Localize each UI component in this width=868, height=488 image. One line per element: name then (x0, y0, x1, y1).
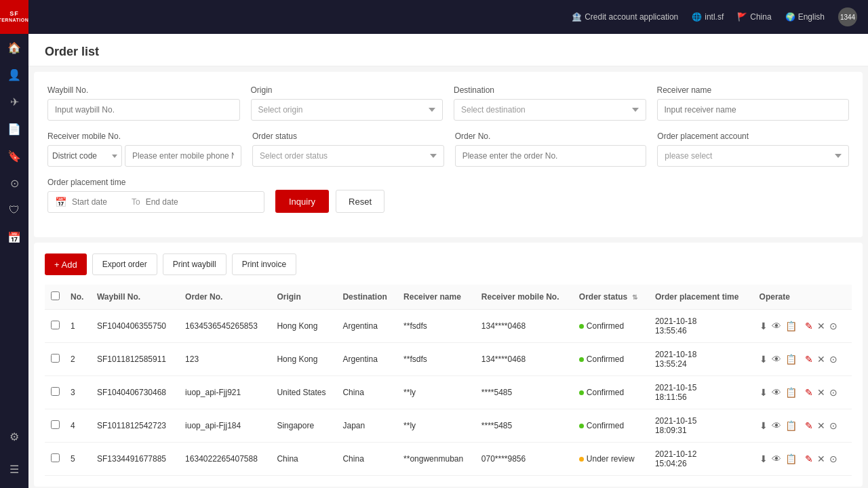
table-row: 4 SF1011812542723 iuop_api-Fjj184 Singap… (45, 409, 852, 443)
start-date-input[interactable] (72, 197, 126, 207)
origin-select[interactable]: Select origin (251, 99, 443, 121)
delete-icon[interactable]: ✕ (817, 321, 825, 331)
receiver-name-input[interactable] (657, 99, 850, 121)
order-status-select[interactable]: Select order status (252, 145, 444, 167)
order-no-input[interactable] (455, 145, 647, 167)
download-icon[interactable]: ⬇ (760, 453, 768, 464)
reset-button[interactable]: Reset (336, 190, 384, 213)
table-row: 5 SF1334491677885 1634022265407588 China… (45, 443, 852, 476)
sidebar-item-home[interactable]: 🏠 (0, 34, 28, 61)
copy-icon[interactable]: 📋 (785, 420, 797, 431)
more-icon[interactable]: ⊙ (829, 453, 837, 464)
col-placement-time: Order placement time (650, 285, 754, 310)
filter-row-3: Order placement time 📅 To Inquiry Reset (47, 178, 849, 213)
more-icon[interactable]: ⊙ (829, 387, 837, 398)
sidebar-item-bookmark[interactable]: 🔖 (0, 142, 28, 169)
delete-icon[interactable]: ✕ (817, 387, 825, 398)
end-date-input[interactable] (146, 197, 200, 207)
credit-account-link[interactable]: 🏦 Credit account application (572, 12, 678, 22)
language-selector[interactable]: 🌍 English (785, 12, 825, 22)
more-icon[interactable]: ⊙ (829, 354, 837, 365)
table-header-row: No. Waybill No. Order No. Origin Destina… (45, 285, 852, 310)
print-waybill-button[interactable]: Print waybill (163, 253, 226, 275)
order-placement-account-select[interactable]: please select (657, 145, 849, 167)
row-receiver-mobile: ****5485 (476, 409, 574, 443)
select-all-checkbox[interactable] (51, 291, 60, 300)
copy-icon[interactable]: 📋 (785, 354, 797, 365)
intl-sf-link[interactable]: 🌐 intl.sf (692, 12, 724, 22)
table-area: + Add Export order Print waybill Print i… (34, 243, 863, 487)
row-receiver-mobile: 134****0468 (476, 343, 574, 376)
copy-icon[interactable]: 📋 (785, 387, 797, 398)
status-text: Confirmed (587, 321, 624, 331)
view-icon[interactable]: 👁 (772, 387, 781, 398)
sidebar-item-settings[interactable]: ⊙ (0, 169, 28, 197)
delete-icon[interactable]: ✕ (817, 420, 825, 431)
row-destination: Argentina (337, 310, 398, 343)
print-invoice-button[interactable]: Print invoice (232, 253, 296, 275)
delete-icon[interactable]: ✕ (817, 354, 825, 365)
row-checkbox[interactable] (51, 354, 60, 363)
more-icon[interactable]: ⊙ (829, 420, 837, 431)
copy-icon[interactable]: 📋 (785, 321, 797, 331)
table-row: 1 SF1040406355750 1634536545265853 Hong … (45, 310, 852, 343)
sidebar-item-documents[interactable]: 📄 (0, 115, 28, 142)
export-order-button[interactable]: Export order (92, 253, 157, 275)
download-icon[interactable]: ⬇ (760, 387, 768, 398)
edit-icon[interactable]: ✎ (805, 354, 813, 365)
row-operate: ⬇ 👁 📋 ✎ ✕ ⊙ (754, 376, 852, 409)
waybill-field: Waybill No. (47, 85, 240, 121)
view-icon[interactable]: 👁 (772, 453, 781, 464)
destination-field: Destination Select destination (454, 85, 646, 121)
destination-select[interactable]: Select destination (454, 99, 646, 121)
view-icon[interactable]: 👁 (772, 354, 781, 365)
row-waybill: SF1040406355750 (92, 310, 180, 343)
view-icon[interactable]: 👁 (772, 321, 781, 331)
edit-icon[interactable]: ✎ (805, 420, 813, 431)
row-destination: Japan (337, 409, 398, 443)
sidebar-item-user[interactable]: 👤 (0, 61, 28, 88)
row-checkbox-cell (45, 343, 65, 376)
order-placement-account-label: Order placement account (657, 131, 849, 141)
row-checkbox[interactable] (51, 321, 60, 329)
row-checkbox[interactable] (51, 387, 60, 396)
download-icon[interactable]: ⬇ (760, 420, 768, 431)
inquiry-button[interactable]: Inquiry (275, 190, 329, 213)
origin-field: Origin Select origin (251, 85, 443, 121)
row-receiver-name: **ongwenmuban (398, 443, 476, 476)
time-input-group: 📅 To (47, 191, 264, 213)
row-operate: ⬇ 👁 📋 ✎ ✕ ⊙ (754, 409, 852, 443)
copy-icon[interactable]: 📋 (785, 453, 797, 464)
user-avatar[interactable]: 1344 (838, 7, 857, 26)
view-icon[interactable]: 👁 (772, 420, 781, 431)
row-checkbox[interactable] (51, 453, 60, 462)
sidebar-item-plugin[interactable]: ⚙ (0, 423, 28, 450)
sidebar-item-menu[interactable]: ☰ (0, 455, 28, 483)
receiver-mobile-label: Receiver mobile No. (47, 131, 241, 141)
row-waybill: SF1011812585911 (92, 343, 180, 376)
sidebar-item-shipping[interactable]: ✈ (0, 88, 28, 115)
edit-icon[interactable]: ✎ (805, 453, 813, 464)
edit-icon[interactable]: ✎ (805, 321, 813, 331)
sidebar-item-calendar[interactable]: 📅 (0, 224, 28, 251)
edit-icon[interactable]: ✎ (805, 387, 813, 398)
china-link[interactable]: 🚩 China (737, 12, 771, 22)
row-status: Confirmed (574, 376, 650, 409)
delete-icon[interactable]: ✕ (817, 453, 825, 464)
destination-label: Destination (454, 85, 646, 95)
sidebar-item-security[interactable]: 🛡 (0, 197, 28, 224)
district-code-select[interactable]: District code (47, 145, 122, 167)
row-operate: ⬇ 👁 📋 ✎ ✕ ⊙ (754, 443, 852, 476)
add-button[interactable]: + Add (45, 253, 87, 275)
row-checkbox[interactable] (51, 420, 60, 429)
globe-icon: 🌐 (692, 12, 702, 22)
waybill-input[interactable] (47, 99, 240, 121)
download-icon[interactable]: ⬇ (760, 321, 768, 331)
row-order-no: 1634536545265853 (180, 310, 271, 343)
download-icon[interactable]: ⬇ (760, 354, 768, 365)
more-icon[interactable]: ⊙ (829, 321, 837, 331)
waybill-label: Waybill No. (47, 85, 240, 95)
col-receiver-name: Receiver name (398, 285, 476, 310)
mobile-input[interactable] (125, 145, 241, 167)
row-origin: Hong Kong (271, 310, 337, 343)
